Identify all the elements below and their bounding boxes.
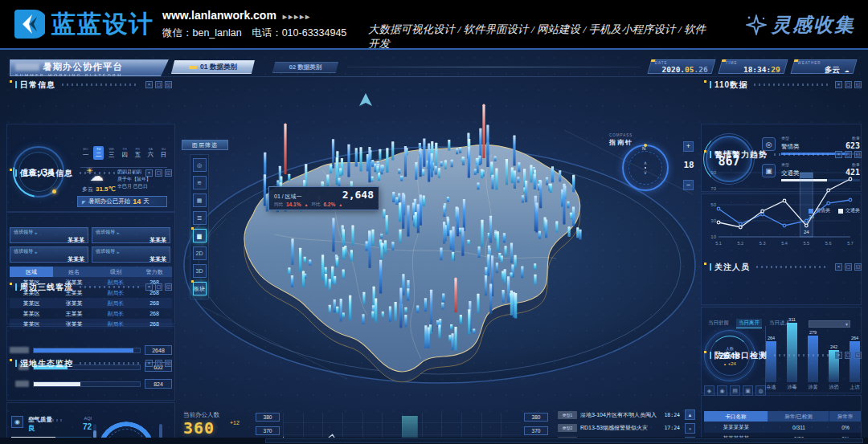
- window-icon[interactable]: ▢: [155, 283, 162, 291]
- window-icon[interactable]: ▢: [845, 151, 852, 158]
- duty-leader-card[interactable]: 值班领导»某某某: [92, 246, 170, 263]
- layer-button-list-layer[interactable]: ☰: [193, 211, 207, 225]
- minimize-icon[interactable]: ×: [835, 352, 842, 359]
- redacted-label: [10, 347, 29, 353]
- minimize-icon[interactable]: ×: [835, 151, 842, 158]
- calendar-day[interactable]: TH四: [119, 146, 129, 160]
- window-icon[interactable]: ▢: [845, 263, 852, 271]
- redacted-org-name: [15, 63, 39, 71]
- duty-cards: 值班领导»某某某值班领导»某某某值班领导»某某某值班领导»某某某: [10, 227, 172, 263]
- window-icon[interactable]: ▢: [155, 81, 162, 88]
- expand-icon[interactable]: ◱: [854, 151, 862, 158]
- scroll-up-button[interactable]: ▲: [685, 409, 695, 420]
- minimize-icon[interactable]: ×: [145, 169, 153, 177]
- calendar-day[interactable]: TU二: [93, 146, 104, 160]
- time-plate: TIME 18:34:29: [718, 59, 788, 74]
- flow-value: 824: [145, 379, 172, 389]
- expand-icon[interactable]: ◱: [165, 360, 172, 367]
- office-count-delta: +12: [230, 420, 240, 426]
- date-plate: DATE 2020.05.26: [647, 59, 715, 74]
- duty-leader-card[interactable]: 值班领导»某某某: [10, 227, 88, 243]
- alert-type-badge: 类型1: [558, 411, 577, 419]
- calendar-day[interactable]: WE三: [106, 146, 117, 160]
- flow-bar-track: [33, 381, 141, 387]
- expand-icon[interactable]: ◱: [854, 263, 862, 271]
- svg-text:70: 70: [710, 186, 716, 191]
- header-divider: [347, 67, 641, 67]
- minimize-icon[interactable]: ×: [835, 81, 842, 88]
- duty-table: 区域姓名级别警力数 某某区张某某副局长268某某区王某某副局长268某某区张某某…: [10, 267, 172, 329]
- svg-text:5.1: 5.1: [715, 241, 722, 246]
- focus-tab[interactable]: 当日离开: [736, 319, 762, 328]
- up-arrow-icon: ▲: [304, 202, 308, 207]
- layer-button-mode-2d[interactable]: 2D: [193, 246, 207, 260]
- calendar-day[interactable]: SA六: [145, 146, 156, 160]
- duty-leader-card[interactable]: 值班领导»某某某: [92, 227, 170, 243]
- alert-row[interactable]: 类型2RD13-53烟感报警疑似火灾17:24: [558, 422, 680, 434]
- flow-row: 2648: [10, 345, 172, 355]
- minimize-icon[interactable]: ×: [145, 360, 153, 367]
- website-link[interactable]: www.lanlanwork.com▸▸▸▸▸: [162, 9, 311, 22]
- panel-title: 防疫卡口检测: [714, 350, 768, 361]
- scroll-dot[interactable]: ●: [685, 423, 695, 434]
- duty-row[interactable]: 某某区王某某副局长268: [10, 308, 172, 319]
- contact-info: 微信：ben_lanlan 电话：010-63334945: [162, 26, 346, 40]
- window-icon[interactable]: ▢: [845, 352, 852, 359]
- expand-icon[interactable]: ◱: [165, 283, 172, 291]
- focus-tab[interactable]: 当日驻留: [706, 319, 731, 328]
- minimize-icon[interactable]: ×: [835, 263, 842, 271]
- duty-col-header: 姓名: [53, 268, 95, 276]
- expand-icon[interactable]: ◱: [854, 352, 862, 359]
- platform-title-plate: 暑期办公协作平台 SUMMER WORKING PLATFORM: [10, 59, 169, 76]
- layer-button-grid-layer[interactable]: ▦: [193, 193, 207, 207]
- calendar-day[interactable]: SU日: [158, 146, 169, 160]
- lanlan-logo-icon: [13, 8, 45, 40]
- weather-now: 多云31.5℃: [82, 185, 116, 193]
- minimize-icon[interactable]: ×: [145, 81, 153, 88]
- checkpoint-row[interactable]: 某某某某某0/3110%: [704, 422, 862, 433]
- minimize-icon[interactable]: ×: [145, 283, 153, 291]
- svg-text:90: 90: [710, 170, 716, 175]
- calendar-day[interactable]: FR五: [133, 146, 143, 160]
- zoom-in-button[interactable]: +: [683, 141, 694, 152]
- layer-panel-title: 图层筛选: [182, 140, 228, 150]
- duty-row[interactable]: 某某区张某某副局长268: [10, 298, 172, 308]
- calendar-day[interactable]: MO一: [80, 146, 91, 160]
- panel-title: 110数据: [714, 79, 747, 91]
- tab-data-category-1[interactable]: 01 数据类别: [171, 60, 255, 74]
- svg-text:5.3: 5.3: [760, 241, 766, 246]
- redacted-label: [15, 381, 29, 387]
- svg-text:24: 24: [804, 230, 809, 234]
- svg-text:10: 10: [710, 234, 716, 239]
- panel-title: 湿地生态监控: [20, 358, 73, 369]
- expand-icon[interactable]: ◱: [854, 81, 862, 88]
- flow-bar-track: [33, 348, 141, 353]
- panel-title: 警情警力趋势: [714, 149, 768, 161]
- expand-icon[interactable]: ◱: [165, 169, 172, 177]
- duty-col-header: 警力数: [137, 268, 172, 276]
- svg-text:5.2: 5.2: [738, 241, 744, 246]
- expand-icon[interactable]: ◱: [165, 81, 172, 88]
- duty-leader-card[interactable]: 值班领导»某某某: [10, 246, 88, 263]
- alert-row[interactable]: 类型1湿地3-104片区有不明人员闯入18:24: [558, 409, 680, 422]
- focus-bar: 264上访: [850, 336, 860, 390]
- duty-col-header: 区域: [10, 267, 53, 277]
- inspiration-collect[interactable]: 灵感收集: [746, 12, 855, 38]
- layer-button-chart-layer[interactable]: ▆: [193, 229, 207, 242]
- map-3d-canvas[interactable]: [178, 74, 701, 439]
- layer-button-signal-layer[interactable]: ≋: [193, 176, 207, 189]
- weather-plate: WEATHER 多云 ☁: [790, 59, 857, 74]
- zoom-out-button[interactable]: −: [683, 180, 694, 190]
- svg-text:5.5: 5.5: [804, 241, 810, 246]
- eco-metric-icon: ◉: [11, 416, 23, 428]
- layer-button-mode-3d[interactable]: 3D: [193, 264, 207, 278]
- layer-button-poi-layer[interactable]: ◎: [193, 158, 207, 172]
- screen: 蓝蓝设计 www.lanlanwork.com▸▸▸▸▸ 微信：ben_lanl…: [0, 0, 868, 444]
- window-icon[interactable]: ▢: [845, 81, 852, 88]
- window-icon[interactable]: ▢: [155, 360, 162, 367]
- trend-line-chart[interactable]: 907050301030245.15.25.35.45.55.65.7: [706, 166, 857, 255]
- tab-data-category-2[interactable]: 02 数据类别: [272, 62, 338, 73]
- panel-title: 关注人员: [714, 262, 750, 273]
- layer-button-mode-block[interactable]: 板块: [193, 282, 207, 295]
- window-icon[interactable]: ▢: [155, 169, 162, 177]
